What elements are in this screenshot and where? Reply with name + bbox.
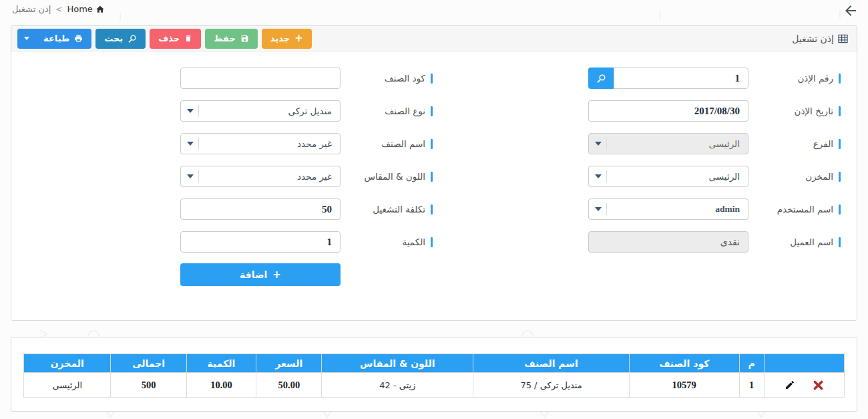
- cell-quantity: 10.00: [186, 373, 256, 398]
- label-accent-bar: [431, 139, 433, 149]
- caret-down-icon: [589, 166, 607, 186]
- header-item-code: كود الصنف: [629, 354, 739, 373]
- form-column-left: كود الصنف نوع الصنف منديل تركى: [11, 67, 434, 297]
- item-code-input[interactable]: [180, 67, 341, 89]
- field-label: اسم الصنف: [381, 138, 425, 149]
- label-accent-bar: [431, 172, 433, 182]
- cell-item-name: منديل تركى / 75: [473, 373, 630, 398]
- search-icon: [128, 34, 137, 43]
- home-icon: [95, 5, 105, 14]
- label-accent-bar: [431, 106, 433, 116]
- field-label: رقم الإذن: [797, 73, 833, 84]
- page-title: إذن تشغيل: [792, 33, 848, 44]
- breadcrumb-current: إذن تشغيل: [12, 4, 51, 14]
- form-body: رقم الإذن تاريخ الإذن: [11, 51, 857, 320]
- header-item-name: اسم الصنف: [473, 354, 630, 373]
- caret-down-icon: [589, 199, 607, 219]
- label-accent-bar: [431, 74, 433, 84]
- field-color-size: اللون & المقاس غير محدد: [11, 166, 433, 187]
- main-panel: إذن تشغيل + جديد حفظ حذف بحث: [11, 25, 857, 321]
- topbar: Home < إذن تشغيل: [0, 0, 868, 20]
- back-arrow-icon[interactable]: [843, 3, 859, 19]
- add-button[interactable]: + اضافة: [180, 263, 341, 286]
- page-title-text: إذن تشغيل: [792, 33, 834, 44]
- field-item-type: نوع الصنف منديل تركى: [11, 100, 433, 122]
- field-customer-name: اسم العميل: [434, 231, 841, 253]
- cell-warehouse: الرئيسى: [24, 373, 111, 398]
- field-label: كود الصنف: [385, 73, 425, 84]
- label-accent-bar: [431, 204, 433, 215]
- new-button[interactable]: + جديد: [262, 29, 312, 49]
- caret-down-icon: [181, 166, 199, 186]
- breadcrumb-home-label: Home: [67, 4, 92, 14]
- field-warehouse: المخزن الرئيسى: [434, 166, 841, 187]
- username-select[interactable]: admin: [588, 198, 748, 220]
- field-label: اللون & المقاس: [365, 171, 425, 182]
- chevron-down-icon: [24, 37, 29, 40]
- header-index: م: [739, 354, 764, 373]
- plus-icon: +: [294, 33, 303, 43]
- quantity-input[interactable]: [180, 231, 341, 253]
- caret-down-icon: [181, 134, 199, 154]
- warehouse-select[interactable]: الرئيسى: [588, 166, 748, 187]
- printer-icon: [74, 34, 83, 43]
- field-operating-cost: تكلفة التشغيل: [11, 198, 433, 220]
- items-table-panel: م كود الصنف اسم الصنف اللون & المقاس الس…: [11, 337, 857, 412]
- color-size-select[interactable]: غير محدد: [180, 166, 341, 187]
- trash-icon: [184, 34, 192, 43]
- header-price: السعر: [256, 354, 322, 373]
- label-accent-bar: [839, 106, 841, 116]
- caret-down-icon: [589, 134, 607, 154]
- header-color-size: اللون & المقاس: [322, 354, 473, 373]
- breadcrumb-home-link[interactable]: Home: [67, 4, 104, 14]
- field-label: المخزن: [805, 171, 833, 182]
- field-label: اسم المستخدم: [777, 204, 833, 215]
- field-item-name: اسم الصنف غير محدد: [11, 133, 433, 154]
- field-quantity: الكمية: [11, 231, 433, 253]
- cell-index: 1: [739, 373, 764, 398]
- field-permission-number: رقم الإذن: [434, 67, 841, 89]
- add-row: + اضافة: [11, 264, 433, 285]
- field-label: اسم العميل: [790, 237, 833, 247]
- breadcrumb-separator: <: [55, 5, 62, 14]
- permission-number-input[interactable]: [614, 67, 748, 89]
- header-warehouse: المخزن: [24, 354, 111, 373]
- label-accent-bar: [839, 139, 841, 149]
- search-button[interactable]: بحث: [95, 29, 146, 49]
- field-branch: الفرع الرئيسى: [434, 133, 841, 154]
- search-addon-button[interactable]: [588, 67, 614, 89]
- branch-select[interactable]: الرئيسى: [588, 133, 748, 154]
- field-item-code: كود الصنف: [11, 67, 433, 89]
- form-column-right: رقم الإذن تاريخ الإذن: [434, 67, 857, 297]
- edit-row-icon[interactable]: [785, 380, 795, 390]
- label-accent-bar: [431, 237, 433, 247]
- label-accent-bar: [839, 74, 841, 84]
- cell-price: 50.00: [256, 373, 322, 398]
- item-type-select[interactable]: منديل تركى: [180, 100, 341, 122]
- field-label: تاريخ الإذن: [794, 106, 833, 116]
- customer-name-input[interactable]: [588, 231, 748, 253]
- cell-color-size: زيتى - 42: [322, 373, 473, 398]
- delete-button[interactable]: حذف: [150, 29, 201, 49]
- item-name-select[interactable]: غير محدد: [180, 133, 341, 154]
- field-label: نوع الصنف: [385, 106, 425, 116]
- permission-date-input[interactable]: [588, 100, 748, 122]
- label-accent-bar: [839, 172, 841, 182]
- cell-item-code: 10579: [629, 373, 739, 398]
- operating-cost-input[interactable]: [180, 198, 341, 220]
- delete-row-icon[interactable]: [813, 380, 824, 391]
- main-panel-heading: إذن تشغيل + جديد حفظ حذف بحث: [11, 26, 857, 51]
- table-row: 1 10579 منديل تركى / 75 زيتى - 42 50.00 …: [24, 373, 845, 398]
- save-button[interactable]: حفظ: [205, 29, 258, 49]
- table-grid-icon: [838, 34, 848, 43]
- cell-actions: [764, 373, 844, 398]
- field-label: تكلفة التشغيل: [373, 204, 425, 215]
- field-permission-date: تاريخ الإذن: [434, 100, 841, 122]
- field-label: الفرع: [813, 138, 833, 149]
- print-button[interactable]: طباعة: [17, 29, 91, 49]
- cell-total: 500: [111, 373, 186, 398]
- items-table: م كود الصنف اسم الصنف اللون & المقاس الس…: [23, 354, 845, 398]
- table-header-row: م كود الصنف اسم الصنف اللون & المقاس الس…: [24, 354, 845, 373]
- floppy-save-icon: [240, 34, 249, 43]
- app-screen: Home < إذن تشغيل إذن تشغيل: [0, 0, 868, 419]
